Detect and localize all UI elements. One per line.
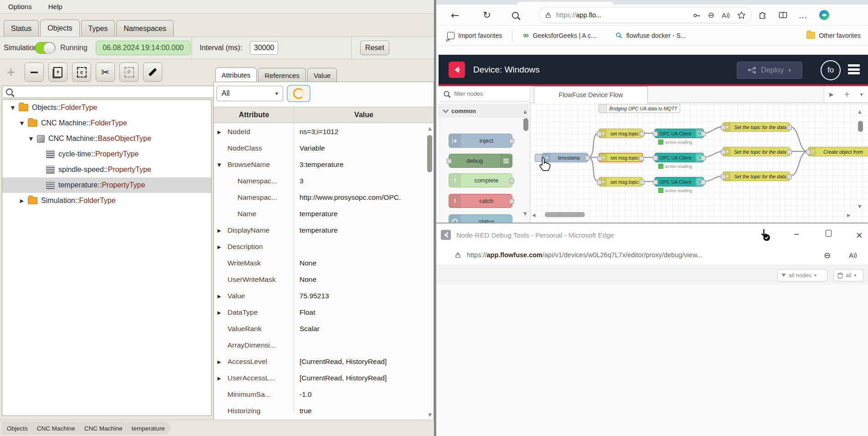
comment-node[interactable]: Bridging OPC UA data to MQTT — [599, 104, 680, 113]
tab-references[interactable]: References — [258, 68, 306, 82]
node-port-out[interactable] — [639, 156, 644, 161]
breadcrumb-objects[interactable]: Objects — [1, 422, 34, 435]
reset-button[interactable]: Reset — [360, 41, 389, 55]
palette-node-catch[interactable]: ! catch — [449, 194, 512, 208]
create-object-node[interactable]: Create object from — [808, 147, 868, 156]
palette-node-debug[interactable]: debug — [449, 154, 512, 168]
remove-node-button[interactable]: − — [25, 62, 44, 82]
table-row[interactable]: Historizingtrue — [214, 403, 424, 419]
table-row[interactable]: Nametemperature — [214, 206, 424, 222]
expand-icon[interactable]: ▶ — [214, 359, 227, 364]
zoom-out-icon[interactable]: ⊖ — [708, 10, 714, 20]
caret-icon[interactable]: ▼ — [19, 120, 25, 126]
debug-window-titlebar[interactable]: Node-RED Debug Tools - Personal - Micros… — [436, 224, 868, 246]
add-flow-icon[interactable]: + — [844, 90, 850, 99]
palette-scroll-down-icon[interactable]: ▼ — [523, 211, 527, 216]
node-port-out[interactable] — [640, 131, 645, 136]
refresh-attributes-button[interactable] — [287, 85, 310, 102]
extensions-icon[interactable] — [758, 10, 767, 20]
menu-options[interactable]: Options — [8, 3, 32, 10]
node-port-in[interactable] — [653, 156, 658, 161]
palette-category-common[interactable]: common — [439, 104, 528, 117]
table-row[interactable]: MinimumSa...-1.0 — [214, 386, 424, 403]
back-button[interactable]: ← — [447, 7, 463, 23]
node-port-out[interactable] — [787, 174, 792, 179]
caret-icon[interactable]: ▼ — [10, 105, 16, 111]
menu-help[interactable]: Help — [48, 3, 62, 10]
node-port-out[interactable] — [701, 156, 706, 161]
caret-icon[interactable]: ▶ — [19, 198, 25, 204]
node-port-in[interactable] — [721, 150, 726, 155]
node-port-in[interactable] — [597, 180, 602, 185]
copy-button[interactable]: c — [72, 62, 91, 82]
deploy-button[interactable]: Deploy ▾ — [737, 62, 802, 79]
bookmark-flowfuse-docker[interactable]: flowfuse docker - S... — [611, 32, 691, 39]
tree-item-cnc-object[interactable]: ▼ CNC Machine::BaseObjectType — [2, 131, 211, 146]
canvas-vscrollbar-thumb[interactable] — [858, 121, 863, 132]
node-port-in[interactable] — [721, 174, 726, 179]
node-port-out[interactable] — [585, 156, 590, 161]
palette-scroll-up-icon[interactable]: ▲ — [523, 109, 527, 114]
breadcrumb-temperature[interactable]: temperature — [126, 422, 171, 435]
table-row[interactable]: ▶UserAccessL...[CurrentRead, HistoryRead… — [214, 370, 424, 386]
inject-trigger-button[interactable] — [535, 154, 542, 162]
edit-button[interactable] — [143, 62, 162, 82]
minimize-button[interactable]: − — [790, 230, 803, 239]
node-port-in[interactable] — [597, 156, 602, 161]
tab-namespaces[interactable]: Namespaces — [116, 20, 173, 36]
palette-node-complete[interactable]: ! complete — [449, 173, 512, 187]
node-port-in[interactable] — [721, 125, 726, 130]
topic-node-2[interactable]: ⇄ Set the topic for the data — [723, 147, 790, 156]
table-row[interactable]: ▶Description — [214, 239, 424, 255]
read-aloud-icon[interactable]: A — [722, 11, 730, 19]
flow-list-icon[interactable]: ▾ — [860, 91, 863, 98]
node-port-out[interactable] — [787, 150, 792, 155]
expand-icon[interactable]: ▶ — [214, 130, 227, 135]
flow-tab[interactable]: FlowFuse Device Flow — [534, 86, 648, 103]
table-row[interactable]: ArrayDimensi... — [214, 337, 424, 353]
settings-more-icon[interactable]: … — [799, 10, 807, 20]
scroll-up-icon[interactable]: ▲ — [428, 126, 432, 131]
key-icon[interactable] — [692, 11, 701, 19]
deploy-caret-icon[interactable]: ▾ — [788, 67, 791, 73]
search-button[interactable] — [507, 7, 523, 23]
debug-clear-button[interactable]: all ▾ — [833, 269, 863, 281]
flow-canvas[interactable]: FlowFuse Device Flow ▶ + ▾ — [530, 86, 868, 223]
canvas-scroll-left-icon[interactable]: ◀ — [532, 213, 536, 218]
table-row[interactable]: Namespac...http://www.prosysopc.com/OPC. — [214, 189, 424, 206]
table-row[interactable]: ▶NodeIdns=3;i=1012 — [214, 124, 424, 140]
split-screen-icon[interactable] — [778, 10, 788, 20]
canvas-scroll-right-icon[interactable]: ▶ — [847, 213, 851, 218]
node-port-out[interactable] — [701, 180, 706, 185]
expand-icon[interactable]: ▶ — [214, 228, 227, 233]
refresh-button[interactable]: ↻ — [479, 7, 495, 23]
topic-node-1[interactable]: ⇄ Set the topic for the data — [723, 122, 790, 132]
opcua-client-node-3[interactable]: OPC UA Client — [655, 177, 704, 187]
opcua-client-node-2[interactable]: OPC UA Client — [655, 153, 704, 162]
canvas-hscrollbar-thumb[interactable] — [545, 212, 585, 217]
table-row[interactable]: Namespac...3 — [214, 173, 424, 189]
caret-icon[interactable]: ▼ — [28, 136, 34, 142]
copilot-icon[interactable] — [818, 9, 830, 21]
tab-attributes[interactable]: Attributes — [215, 67, 257, 83]
attribute-filter-dropdown[interactable]: All ▾ — [217, 86, 283, 101]
duplicate-button[interactable]: + — [48, 62, 67, 82]
tab-types[interactable]: Types — [81, 20, 115, 36]
node-port-out[interactable] — [640, 180, 645, 185]
tree-item-spindle-speed[interactable]: spindle-speed::PropertyType — [2, 162, 211, 177]
user-avatar[interactable]: fo — [821, 60, 841, 80]
address-bar[interactable]: https://app.flo... ⊖ A — [539, 7, 752, 23]
tree-item-temperature[interactable]: temperature::PropertyType — [2, 177, 211, 193]
maximize-button[interactable] — [822, 230, 835, 239]
cut-button[interactable]: ✂ — [96, 62, 115, 82]
node-port-in[interactable] — [597, 131, 602, 136]
paste-button[interactable]: P — [119, 62, 139, 82]
expand-icon[interactable]: ▼ — [214, 162, 227, 167]
table-scrollbar-thumb[interactable] — [427, 135, 432, 172]
change-node-2-selected[interactable]: ⇄ set msg.topic — [599, 153, 643, 162]
expand-icon[interactable]: ▶ — [214, 294, 227, 299]
tab-status[interactable]: Status — [4, 20, 39, 36]
palette-search[interactable] — [439, 86, 530, 101]
canvas-scroll-down-icon[interactable]: ▼ — [858, 204, 862, 209]
table-row[interactable]: WriteMaskNone — [214, 255, 424, 271]
